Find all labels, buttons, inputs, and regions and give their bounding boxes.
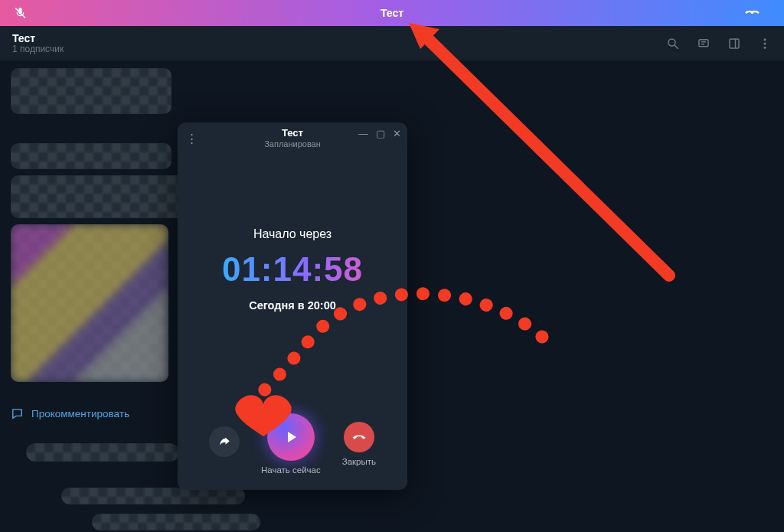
svg-line-2 — [675, 45, 678, 49]
message-blurred — [11, 143, 172, 169]
voice-chat-bar[interactable]: Тест — [0, 0, 784, 26]
popup-actions: Начать сейчас Закрыть — [178, 402, 407, 490]
popup-status: Запланирован — [264, 139, 321, 149]
svg-point-1 — [668, 39, 675, 46]
mic-muted-icon[interactable] — [14, 7, 27, 20]
message-blurred — [61, 488, 245, 504]
svg-rect-4 — [730, 39, 739, 48]
search-icon[interactable] — [666, 37, 680, 51]
svg-point-6 — [764, 38, 766, 41]
comment-link[interactable]: Прокомментировать — [11, 402, 187, 425]
start-in-label: Начало через — [253, 227, 332, 241]
comment-link-label: Прокомментировать — [31, 408, 129, 419]
popup-title: Тест — [264, 128, 321, 139]
svg-rect-3 — [699, 39, 708, 46]
start-now-label: Начать сейчас — [261, 465, 321, 475]
share-button[interactable] — [209, 426, 240, 457]
start-now-button[interactable] — [267, 413, 315, 461]
channel-title[interactable]: Тест — [12, 32, 64, 44]
chat-header: Тест 1 подписчик — [0, 26, 784, 60]
hangup-icon — [351, 429, 367, 445]
popup-titlebar: ⋮ Тест Запланирован — ▢ ✕ — [178, 122, 407, 155]
more-vert-icon[interactable] — [758, 37, 772, 51]
popup-menu-icon[interactable]: ⋮ — [185, 131, 198, 147]
side-panel-icon[interactable] — [727, 37, 741, 51]
svg-point-7 — [764, 42, 766, 44]
voice-chat-title: Тест — [381, 7, 403, 19]
scheduled-time: Сегодня в 20:00 — [249, 299, 336, 312]
hangup-icon[interactable] — [744, 4, 763, 22]
maximize-icon[interactable]: ▢ — [376, 129, 385, 139]
message-blurred — [11, 68, 172, 114]
svg-point-8 — [764, 46, 766, 48]
close-icon[interactable]: ✕ — [393, 129, 401, 139]
countdown-timer: 01:14:58 — [222, 250, 363, 289]
message-blurred — [26, 443, 179, 462]
play-icon — [282, 428, 300, 446]
share-icon — [217, 435, 231, 449]
close-call-button[interactable] — [344, 422, 374, 452]
channel-subtitle: 1 подписчик — [12, 44, 64, 55]
close-call-label: Закрыть — [342, 457, 376, 466]
message-image-blurred — [11, 224, 168, 382]
comment-bubble-icon — [11, 407, 24, 420]
message-blurred — [11, 175, 187, 218]
stream-chat-icon[interactable] — [697, 37, 710, 51]
scheduled-call-popup: ⋮ Тест Запланирован — ▢ ✕ Начало через 0… — [178, 122, 407, 490]
minimize-icon[interactable]: — — [358, 129, 368, 139]
message-blurred — [92, 514, 260, 530]
